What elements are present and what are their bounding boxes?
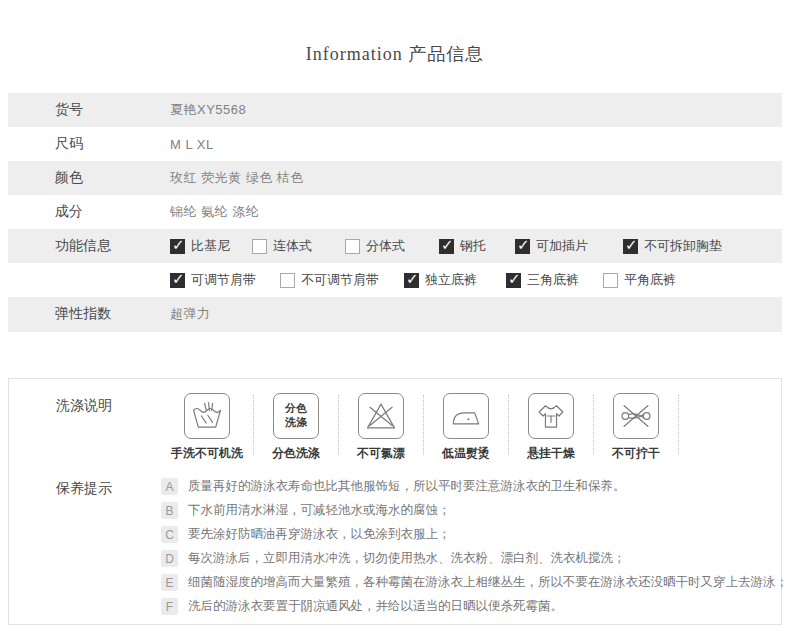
checkbox-insertable-pad[interactable]: 可加插片	[515, 237, 588, 255]
wash-icon-label: 不可拧干	[612, 445, 660, 462]
tip-text: 洗后的游泳衣要置于阴凉通风处，并给以适当的日晒以便杀死霉菌。	[188, 598, 563, 615]
care-instructions-box: 洗涤说明 手洗不可机洗	[8, 378, 782, 625]
row-value: M L XL	[170, 137, 214, 152]
checkbox-icon	[506, 273, 521, 288]
low-temp-iron-icon	[443, 393, 489, 439]
wash-icon-label: 不可氯漂	[357, 445, 405, 462]
tip-text: 质量再好的游泳衣寿命也比其他服饰短，所以平时要注意游泳衣的卫生和保养。	[188, 478, 626, 495]
checkbox-two-piece[interactable]: 分体式	[345, 237, 405, 255]
checkbox-icon	[623, 239, 638, 254]
checkbox-icon	[280, 273, 295, 288]
row-value: 玫红 荧光黄 绿色 桔色	[170, 169, 304, 187]
tip-letter-badge: E	[161, 574, 178, 591]
checkbox-label: 独立底裤	[425, 271, 477, 289]
checkbox-non-adjustable-strap[interactable]: 不可调节肩带	[280, 271, 379, 289]
care-tips-list: A 质量再好的游泳衣寿命也比其他服饰短，所以平时要注意游泳衣的卫生和保养。 B …	[161, 476, 788, 622]
care-tip-item: B 下水前用清水淋湿，可减轻池水或海水的腐蚀；	[161, 502, 788, 519]
care-tip-item: F 洗后的游泳衣要置于阴凉通风处，并给以适当的日晒以便杀死霉菌。	[161, 598, 788, 615]
wash-cell-color-separation: 分色 洗涤 分色洗涤	[254, 393, 338, 462]
row-label: 颜色	[55, 169, 170, 187]
wash-cell-no-bleach: 不可氯漂	[339, 393, 423, 462]
checkbox-icon	[170, 273, 185, 288]
product-info-page: Information 产品信息 货号 夏艳XY5568 尺码 M L XL 颜…	[0, 0, 790, 644]
checkbox-boyshort-bottom[interactable]: 平角底裤	[603, 271, 676, 289]
tip-text: 每次游泳后，立即用清水冲洗，切勿使用热水、洗衣粉、漂白剂、洗衣机搅洗；	[188, 550, 626, 567]
row-features-line1: 功能信息 比基尼 连体式 分体式 钢托	[8, 229, 782, 263]
row-label: 弹性指数	[55, 305, 170, 323]
checkbox-label: 钢托	[460, 237, 486, 255]
tip-text: 要先涂好防晒油再穿游泳衣，以免涂到衣服上；	[188, 526, 451, 543]
checkbox-triangle-bottom[interactable]: 三角底裤	[506, 271, 579, 289]
wash-instructions-section: 洗涤说明 手洗不可机洗	[56, 393, 771, 462]
row-elasticity: 弹性指数 超弹力	[8, 297, 782, 331]
wash-icons-row: 手洗不可机洗 分色 洗涤 分色洗涤	[161, 393, 679, 462]
icon-text-line: 分色	[285, 402, 307, 414]
checkbox-label: 平角底裤	[624, 271, 676, 289]
wash-cell-hang-dry: 悬挂干燥	[509, 393, 593, 462]
row-product-number: 货号 夏艳XY5568	[8, 93, 782, 127]
features-checkbox-line2: 可调节肩带 不可调节肩带 独立底裤 三角底裤 平角底裤	[170, 271, 676, 289]
row-value: 夏艳XY5568	[170, 101, 246, 119]
row-label: 货号	[55, 101, 170, 119]
checkbox-label: 连体式	[273, 237, 312, 255]
care-tip-item: D 每次游泳后，立即用清水冲洗，切勿使用热水、洗衣粉、漂白剂、洗衣机搅洗；	[161, 550, 788, 567]
row-features-line2: 可调节肩带 不可调节肩带 独立底裤 三角底裤 平角底裤	[8, 263, 782, 297]
row-composition: 成分 锦纶 氨纶 涤纶	[8, 195, 782, 229]
checkbox-adjustable-strap[interactable]: 可调节肩带	[170, 271, 256, 289]
checkbox-icon	[404, 273, 419, 288]
wash-section-label: 洗涤说明	[56, 393, 161, 462]
row-label: 成分	[55, 203, 170, 221]
no-wring-icon	[613, 393, 659, 439]
dotted-divider	[678, 395, 679, 455]
checkbox-label: 不可调节肩带	[301, 271, 379, 289]
wash-cell-no-wring: 不可拧干	[594, 393, 678, 462]
care-tip-item: E 细菌随湿度的增高而大量繁殖，各种霉菌在游泳衣上相继丛生，所以不要在游泳衣还没…	[161, 574, 788, 591]
tip-letter-badge: C	[161, 526, 178, 543]
checkbox-one-piece[interactable]: 连体式	[252, 237, 312, 255]
tip-letter-badge: B	[161, 502, 178, 519]
row-value: 超弹力	[170, 305, 211, 323]
checkbox-label: 分体式	[366, 237, 405, 255]
checkbox-label: 比基尼	[191, 237, 230, 255]
hang-dry-icon	[528, 393, 574, 439]
checkbox-icon	[439, 239, 454, 254]
checkbox-underwire[interactable]: 钢托	[439, 237, 486, 255]
row-color: 颜色 玫红 荧光黄 绿色 桔色	[8, 161, 782, 195]
care-tip-item: A 质量再好的游泳衣寿命也比其他服饰短，所以平时要注意游泳衣的卫生和保养。	[161, 478, 788, 495]
care-tips-section: 保养提示 A 质量再好的游泳衣寿命也比其他服饰短，所以平时要注意游泳衣的卫生和保…	[56, 476, 771, 622]
tips-section-label: 保养提示	[56, 476, 161, 622]
color-separation-wash-icon: 分色 洗涤	[273, 393, 319, 439]
row-label: 功能信息	[55, 237, 170, 255]
checkbox-label: 三角底裤	[527, 271, 579, 289]
wash-cell-low-temp-iron: 低温熨烫	[424, 393, 508, 462]
hand-wash-icon	[184, 393, 230, 439]
checkbox-bikini[interactable]: 比基尼	[170, 237, 230, 255]
tip-letter-badge: D	[161, 550, 178, 567]
checkbox-icon	[515, 239, 530, 254]
checkbox-separate-bottom[interactable]: 独立底裤	[404, 271, 477, 289]
wash-icon-label: 低温熨烫	[442, 445, 490, 462]
checkbox-icon	[170, 239, 185, 254]
checkbox-icon	[345, 239, 360, 254]
wash-icon-label: 分色洗涤	[272, 445, 320, 462]
row-label: 尺码	[55, 135, 170, 153]
checkbox-non-removable-pad[interactable]: 不可拆卸胸垫	[623, 237, 722, 255]
page-title: Information 产品信息	[0, 42, 790, 66]
wash-icon-label: 悬挂干燥	[527, 445, 575, 462]
features-checkbox-line1: 比基尼 连体式 分体式 钢托 可加插片	[170, 237, 722, 255]
tip-letter-badge: A	[161, 478, 178, 495]
no-bleach-icon	[358, 393, 404, 439]
care-tip-item: C 要先涂好防晒油再穿游泳衣，以免涂到衣服上；	[161, 526, 788, 543]
tip-text: 下水前用清水淋湿，可减轻池水或海水的腐蚀；	[188, 502, 451, 519]
wash-icon-label: 手洗不可机洗	[171, 445, 243, 462]
checkbox-label: 不可拆卸胸垫	[644, 237, 722, 255]
product-info-table: 货号 夏艳XY5568 尺码 M L XL 颜色 玫红 荧光黄 绿色 桔色 成分…	[8, 93, 782, 332]
checkbox-icon	[252, 239, 267, 254]
checkbox-label: 可调节肩带	[191, 271, 256, 289]
tip-letter-badge: F	[161, 598, 178, 615]
row-value: 锦纶 氨纶 涤纶	[170, 203, 259, 221]
icon-text-line: 洗涤	[285, 416, 307, 428]
row-size: 尺码 M L XL	[8, 127, 782, 161]
tip-text: 细菌随湿度的增高而大量繁殖，各种霉菌在游泳衣上相继丛生，所以不要在游泳衣还没晒干…	[188, 574, 788, 591]
wash-cell-hand-wash: 手洗不可机洗	[161, 393, 253, 462]
